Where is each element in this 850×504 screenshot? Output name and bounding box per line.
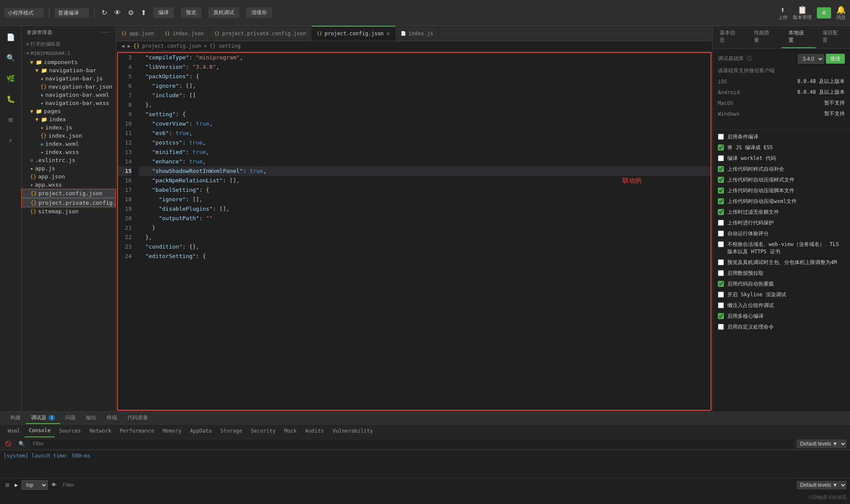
refresh-btn[interactable]: ↻ [100,7,109,18]
compile-btn[interactable]: 编译 [153,7,174,18]
tab-debugger[interactable]: 调试器 3 [26,412,60,424]
checkbox-input-10[interactable] [718,241,724,247]
devtab-mock[interactable]: Mock [280,424,301,437]
nav-bar-wxml[interactable]: ◈ navigation-bar.wxml [22,91,116,99]
tab-basic-info[interactable]: 基本信息 [713,26,747,48]
bottom-level-select[interactable]: Default levels ▼ [797,481,847,489]
preview-btn[interactable]: 预览 [181,7,201,18]
index-js[interactable]: ✦ index.js [22,123,116,132]
app-wxss[interactable]: ✦ app.wxss [22,181,116,189]
devtab-network[interactable]: Network [85,424,116,437]
search-activity-icon[interactable]: 🔍 [3,50,19,65]
devtab-sources[interactable]: Sources [55,424,85,437]
mode-selector[interactable]: 小程序模式 [4,8,44,18]
explorer-icon[interactable]: 📄 [3,29,19,45]
nav-bar-wxss[interactable]: ✦ navigation-bar.wxss [22,99,116,107]
checkbox-input-16[interactable] [718,313,724,319]
devtab-appdata[interactable]: AppData [185,424,216,437]
devtab-audits[interactable]: Audits [301,424,328,437]
detail-btn[interactable]: ≡ [817,7,831,18]
console-filter-input[interactable] [30,440,793,448]
tab-problems[interactable]: 问题 [60,412,81,424]
checkbox-input-2[interactable] [718,155,724,161]
checkbox-input-4[interactable] [718,177,724,183]
extensions-icon[interactable]: ⊞ [3,112,19,127]
checkbox-input-11[interactable] [718,259,724,265]
pages-folder[interactable]: ▼ 📁 pages [22,107,116,115]
tab-local-settings[interactable]: 本地设置 [782,26,816,48]
checkbox-input-5[interactable] [718,187,724,194]
components-folder[interactable]: ▼ 📁 components [22,58,116,66]
tab-code-quality[interactable]: 代码质量 [122,412,153,424]
tab-performance[interactable]: 性能质量 [747,26,782,48]
checkbox-input-7[interactable] [718,209,724,215]
settings-btn[interactable]: ⚙ [126,7,136,18]
checkbox-input-8[interactable] [718,220,724,226]
app-json[interactable]: {} app.json [22,172,116,181]
console-clear-btn[interactable]: 🚫 [3,440,13,448]
tab-project-config[interactable]: 项目配置 [816,26,850,48]
devtab-wxml[interactable]: Wxml [3,424,25,437]
version-area[interactable]: 📋 版本管理 [793,5,812,21]
nav-bar-json[interactable]: {} navigation-bar.json [22,83,116,91]
index-wxss[interactable]: ✦ index.wxss [22,148,116,156]
devtab-vulnerability[interactable]: Vulnerability [328,424,377,437]
nav-bar-js[interactable]: ✦ navigation-bar.js [22,74,116,83]
open-editors-section[interactable]: ▶ 打开的编辑器 [22,39,116,49]
tab-terminal[interactable]: 终端 [102,412,122,424]
app-js[interactable]: ✦ app.js [22,164,116,172]
upload-area[interactable]: ⬆ 上传 [778,5,788,21]
project-section[interactable]: ▼ MINIPROGRAM-1 [22,49,116,58]
project-private-config-json[interactable]: {} project.private.config.json [22,198,116,207]
breadcrumb-arrows[interactable]: ◀ ▶ [121,43,131,49]
tab-output[interactable]: 输出 [81,412,102,424]
devtab-performance[interactable]: Performance [116,424,158,437]
devtab-memory[interactable]: Memory [158,424,185,437]
context-selector[interactable]: top [22,480,48,490]
index-wxml[interactable]: ◈ index.wxml [22,140,116,148]
console-extra-btn[interactable]: ⊞ [3,481,11,489]
debug-icon[interactable]: 🐛 [3,91,19,107]
sidebar-more[interactable]: ··· [101,30,111,35]
realmode-btn[interactable]: 真机调试 [208,7,239,18]
git-icon[interactable]: 🌿 [3,71,19,86]
checkbox-input-17[interactable] [718,324,724,330]
checkbox-input-14[interactable] [718,292,724,298]
devtab-console[interactable]: Console [25,424,55,437]
console-filter-btn[interactable]: 🔍 [17,440,27,448]
devtab-storage[interactable]: Storage [216,424,247,437]
checkbox-input-13[interactable] [718,281,724,287]
log-level-select[interactable]: Default levels ▼ [797,439,847,448]
index-json[interactable]: {} index.json [22,132,116,140]
clearcache-btn[interactable]: 清缓存 [246,7,272,18]
checkbox-input-12[interactable] [718,270,724,276]
tab-build[interactable]: 构建 [5,412,26,424]
upload-icon-btn[interactable]: ⬆ [139,7,148,18]
version-dropdown[interactable]: 3.4.0 [798,54,824,64]
checkbox-input-3[interactable] [718,166,724,172]
tab-project-config[interactable]: {} project.config.json × [312,26,396,41]
checkbox-input-9[interactable] [718,230,724,237]
eye-btn[interactable]: 👁 [112,7,123,18]
project-config-json[interactable]: {} project.config.json [22,189,116,198]
checkbox-input-6[interactable] [718,198,724,204]
checkbox-input-1[interactable] [718,144,724,151]
sitemap-json[interactable]: {} sitemap.json [22,207,116,215]
notification-area[interactable]: 🔔 消息 [836,5,846,21]
checkbox-input-15[interactable] [718,302,724,308]
tab-project-private-config[interactable]: {} project.private.config.json [209,26,312,41]
index-folder[interactable]: ▼ 📁 index [22,115,116,123]
console-bottom-input[interactable] [60,481,793,489]
tab-index-json[interactable]: {} index.json [160,26,209,41]
other-icon[interactable]: ⚡ [3,132,19,148]
checkbox-input-0[interactable] [718,134,724,140]
devtab-security[interactable]: Security [247,424,280,437]
tab-index-js[interactable]: 📄 index.js [396,26,439,41]
code-content[interactable]: "compileType": "miniprogram", "libVersio… [135,53,711,410]
navigation-bar-folder[interactable]: ▼ 📁 navigation-bar [22,66,116,74]
compile-selector[interactable]: 普通编译 [55,8,89,18]
eslintrc-js[interactable]: ⊙ .eslintrc.js [22,156,116,164]
push-btn[interactable]: 推送 [826,54,845,64]
tab-close-icon[interactable]: × [386,30,390,37]
tab-app-json[interactable]: {} app.json [116,26,160,41]
